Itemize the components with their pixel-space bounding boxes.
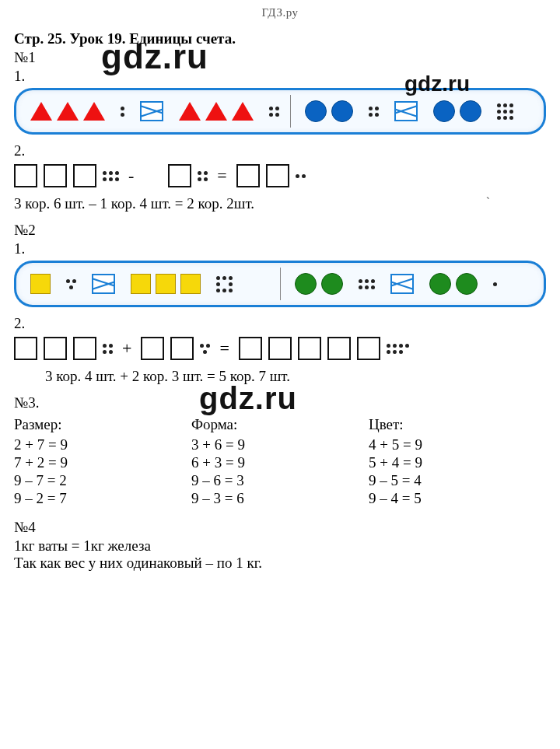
ex1-left [16,90,290,132]
box-icon [44,337,67,360]
circle-green-icon [295,273,317,295]
dots-2 [121,107,124,117]
equation: 5 + 4 = 9 [369,454,546,471]
box-icon [170,337,194,360]
dots-1 [493,282,497,286]
col-color: Цвет: 4 + 5 = 9 5 + 4 = 9 9 – 5 = 4 9 – … [369,415,546,508]
equation: 9 – 4 = 5 [369,490,546,507]
circle-blue-icon [433,100,455,122]
equation: 7 + 2 = 9 [14,454,191,471]
equation: 6 + 3 = 9 [191,454,369,471]
dots-7 [387,344,409,354]
box-icon [236,164,260,187]
circle-green-icon [429,273,451,295]
greater-than-icon [394,101,418,121]
site-header: ГДЗ.ру [0,0,560,23]
triangle-icon [179,102,201,121]
ex4-line-2: Так как вес у них одинаковый – по 1 кг. [14,555,546,572]
page-content: Стр. 25. Урок 19. Единицы счета. №1 1. [0,23,560,587]
circle-green-icon [456,273,478,295]
equation: 2 + 7 = 9 [14,436,191,453]
ex2-equation-pictorial: + = [14,337,546,360]
square-yellow-icon [30,274,51,294]
dots-6 [359,279,375,289]
dots-4 [103,344,113,354]
box-icon [268,337,292,360]
square-yellow-icon [180,274,201,294]
equals-icon: = [216,338,232,359]
box-icon [73,164,96,187]
less-than-icon [92,274,115,294]
ex1-answer: 3 кор. 6 шт. – 1 кор. 4 шт. = 2 кор. 2шт… [14,195,546,212]
dots-3 [66,279,76,289]
equation: 9 – 6 = 3 [191,472,369,489]
box-icon [168,164,191,187]
triangle-icon [30,102,52,121]
exercise-3-label: №3. [14,394,546,411]
dots-4 [198,171,208,181]
ex1-part-2: 2. [14,142,546,159]
dots-8 [216,276,233,292]
box-icon [357,337,380,360]
triangle-icon [57,102,79,121]
dots-4 [369,107,379,117]
dots-9 [497,103,513,120]
box-icon [44,164,67,187]
col-head: Цвет: [369,416,546,433]
box-icon [14,164,37,187]
box-icon [14,337,37,360]
ex2-part-1: 1. [14,240,546,257]
minus-icon: - [125,166,137,186]
circle-blue-icon [305,100,327,122]
page-title: Стр. 25. Урок 19. Единицы счета. [14,30,546,47]
ex1-right [291,90,544,132]
equation: 9 – 5 = 4 [369,472,546,489]
triangle-icon [83,102,105,121]
box-icon [73,337,96,360]
square-yellow-icon [156,274,176,294]
circle-blue-icon [460,100,481,122]
triangle-icon [232,102,254,121]
box-icon [327,337,351,360]
ex1-equation-pictorial: - = [14,164,546,187]
circle-green-icon [321,273,343,295]
tick-mark: ` [486,195,490,209]
dots-6 [103,171,119,181]
less-than-icon [140,101,163,121]
dots-4 [269,107,279,117]
col-size: Размер: 2 + 7 = 9 7 + 2 = 9 9 – 7 = 2 9 … [14,415,191,508]
greater-than-icon [390,274,414,294]
ex2-comparison-box [14,261,546,307]
triangle-icon [205,102,227,121]
ex1-comparison-box [14,88,546,135]
ex2-part-2: 2. [14,315,546,332]
plus-icon: + [119,338,135,359]
ex3-columns: Размер: 2 + 7 = 9 7 + 2 = 9 9 – 7 = 2 9 … [14,415,546,508]
ex2-left [16,263,280,305]
equation: 9 – 2 = 7 [14,490,191,507]
equation: 4 + 5 = 9 [369,436,546,453]
dots-2 [296,174,306,178]
box-icon [298,337,321,360]
exercise-2-label: №2 [14,222,546,239]
dots-3 [200,344,210,354]
box-icon [239,337,262,360]
answer-text: 3 кор. 6 шт. – 1 кор. 4 шт. = 2 кор. 2шт… [14,195,254,212]
ex4-line-1: 1кг ваты = 1кг железа [14,537,546,555]
square-yellow-icon [131,274,151,294]
col-shape: Форма: 3 + 6 = 9 6 + 3 = 9 9 – 6 = 3 9 –… [191,415,369,508]
col-head: Форма: [191,416,369,433]
exercise-1-label: №1 [14,49,546,66]
box-icon [266,164,289,187]
equation: 9 – 3 = 6 [191,490,369,507]
box-icon [141,337,164,360]
col-head: Размер: [14,416,191,433]
exercise-4-label: №4 [14,519,546,536]
circle-blue-icon [331,100,353,122]
ex1-part-1: 1. [14,68,546,85]
equation: 9 – 7 = 2 [14,472,191,489]
ex2-right [281,263,544,305]
ex2-answer: 3 кор. 4 шт. + 2 кор. 3 шт. = 5 кор. 7 ш… [14,368,546,385]
equals-icon: = [214,166,229,186]
equation: 3 + 6 = 9 [191,436,369,453]
